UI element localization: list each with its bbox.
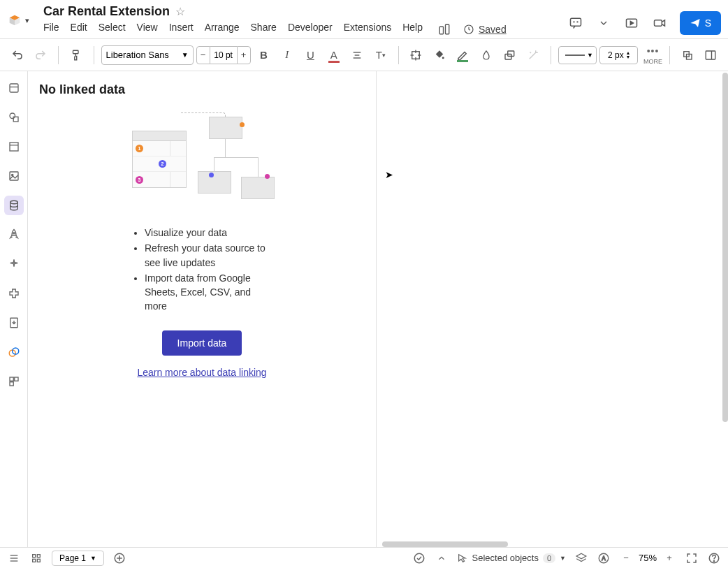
page-tab[interactable]: Page 1 ▼ <box>52 551 104 566</box>
underline-button[interactable]: U <box>300 45 321 66</box>
saved-status[interactable]: Saved <box>463 22 507 37</box>
feature-list: Visualize your data Refresh your data so… <box>132 226 272 315</box>
share-button[interactable]: S <box>680 11 721 35</box>
vertical-scrollbar-track[interactable] <box>722 71 728 547</box>
star-icon[interactable]: ☆ <box>175 5 185 18</box>
document-title[interactable]: Car Rental Extension <box>43 4 170 19</box>
align-button[interactable] <box>347 45 368 66</box>
cursor-icon: ➤ <box>385 169 393 180</box>
rail-cloud-icon[interactable] <box>4 342 24 362</box>
app-logo-icon <box>7 13 22 28</box>
chevron-down-icon: ▼ <box>560 555 566 562</box>
more-button[interactable]: ••• MORE <box>643 45 662 65</box>
svg-point-34 <box>13 233 14 234</box>
rail-import-icon[interactable] <box>4 313 24 333</box>
bold-button[interactable]: B <box>254 45 275 66</box>
svg-point-51 <box>414 553 424 563</box>
rail-containers-icon[interactable] <box>4 78 24 98</box>
shape-fill-button[interactable] <box>476 45 497 66</box>
play-icon[interactable] <box>624 15 639 31</box>
svg-rect-25 <box>10 84 18 92</box>
layers-toggle-button[interactable] <box>677 45 698 66</box>
line-color-button[interactable] <box>453 45 474 66</box>
undo-button[interactable] <box>7 45 28 66</box>
help-icon[interactable] <box>707 551 721 565</box>
camera-icon[interactable] <box>652 15 667 31</box>
fill-button[interactable] <box>429 45 450 66</box>
line-style-select[interactable]: ▼ <box>558 46 597 64</box>
collab-icon[interactable] <box>437 22 452 37</box>
font-size-decrease[interactable]: − <box>196 46 210 64</box>
shape-style-button[interactable] <box>500 45 520 66</box>
menu-select[interactable]: Select <box>99 22 126 37</box>
import-data-button[interactable]: Import data <box>162 330 242 356</box>
rail-frame-icon[interactable] <box>4 137 24 156</box>
menu-arrange[interactable]: Arrange <box>205 22 240 37</box>
italic-button[interactable]: I <box>277 45 298 66</box>
svg-point-5 <box>577 22 578 22</box>
check-icon[interactable] <box>412 551 426 565</box>
rail-ai-icon[interactable] <box>4 254 24 274</box>
menu-developer[interactable]: Developer <box>288 22 333 37</box>
svg-rect-40 <box>10 382 13 386</box>
magic-button[interactable] <box>523 45 544 66</box>
fullscreen-icon[interactable] <box>685 551 699 565</box>
font-size-control: − 10 pt + <box>196 46 251 64</box>
divider <box>669 46 670 64</box>
menu-insert[interactable]: Insert <box>169 22 194 37</box>
accessibility-icon[interactable]: A <box>597 551 611 565</box>
menu-file[interactable]: File <box>43 22 59 37</box>
expand-button[interactable] <box>406 45 427 66</box>
logo-menu[interactable]: ▾ <box>7 4 29 28</box>
svg-rect-45 <box>37 554 40 557</box>
zoom-value[interactable]: 75% <box>639 553 657 563</box>
panel-toggle-button[interactable] <box>700 45 721 66</box>
canvas[interactable]: ➤ <box>377 71 728 547</box>
main-area: No linked data 1 2 3 Vis <box>0 71 728 547</box>
rail-rocket-icon[interactable] <box>4 225 24 245</box>
zoom-out-button[interactable]: − <box>619 551 633 565</box>
font-family-select[interactable]: Liberation Sans ▼ <box>101 45 194 65</box>
svg-rect-3 <box>570 18 581 26</box>
saved-label: Saved <box>479 24 507 35</box>
horizontal-scrollbar[interactable] <box>382 541 508 547</box>
menu-view[interactable]: View <box>137 22 158 37</box>
svg-rect-47 <box>37 559 40 562</box>
list-item: Import data from Google Sheets, Excel, C… <box>145 271 272 314</box>
rail-image-icon[interactable] <box>4 166 24 186</box>
grid-view-icon[interactable] <box>29 551 43 565</box>
vertical-scrollbar-thumb[interactable] <box>722 73 728 422</box>
menu-extensions[interactable]: Extensions <box>344 22 391 37</box>
layers-icon[interactable] <box>574 551 588 565</box>
menu-help[interactable]: Help <box>402 22 423 37</box>
menu-share[interactable]: Share <box>251 22 277 37</box>
comment-icon[interactable] <box>568 15 583 31</box>
rail-shapes-icon[interactable] <box>4 108 24 127</box>
font-size-increase[interactable]: + <box>237 46 251 64</box>
format-painter-button[interactable] <box>66 45 87 66</box>
svg-point-17 <box>442 57 444 59</box>
svg-rect-39 <box>14 377 17 381</box>
chevron-up-icon[interactable] <box>435 551 449 565</box>
redo-button[interactable] <box>31 45 52 66</box>
font-color-button[interactable]: A <box>323 45 344 66</box>
text-options-button[interactable]: T▾ <box>370 45 391 66</box>
rail-plugin-icon[interactable] <box>4 284 24 303</box>
selected-count-badge: 0 <box>543 553 555 563</box>
rail-components-icon[interactable] <box>4 372 24 391</box>
svg-text:A: A <box>602 555 606 562</box>
font-size-value[interactable]: 10 pt <box>210 46 237 64</box>
line-width-select[interactable]: 2 px ▴▾ <box>599 46 638 64</box>
svg-rect-44 <box>33 554 36 557</box>
selected-objects-label: Selected objects <box>472 553 539 563</box>
rail-data-icon[interactable] <box>4 196 24 215</box>
list-view-icon[interactable] <box>7 551 21 565</box>
chevron-down-icon[interactable] <box>596 15 611 31</box>
add-page-button[interactable] <box>112 551 126 565</box>
svg-point-4 <box>574 22 574 22</box>
zoom-in-button[interactable]: + <box>662 551 676 565</box>
menu-edit[interactable]: Edit <box>71 22 87 37</box>
learn-more-link[interactable]: Learn more about data linking <box>137 367 266 378</box>
selected-objects-control[interactable]: Selected objects 0 ▼ <box>457 553 566 564</box>
svg-rect-0 <box>439 27 443 34</box>
